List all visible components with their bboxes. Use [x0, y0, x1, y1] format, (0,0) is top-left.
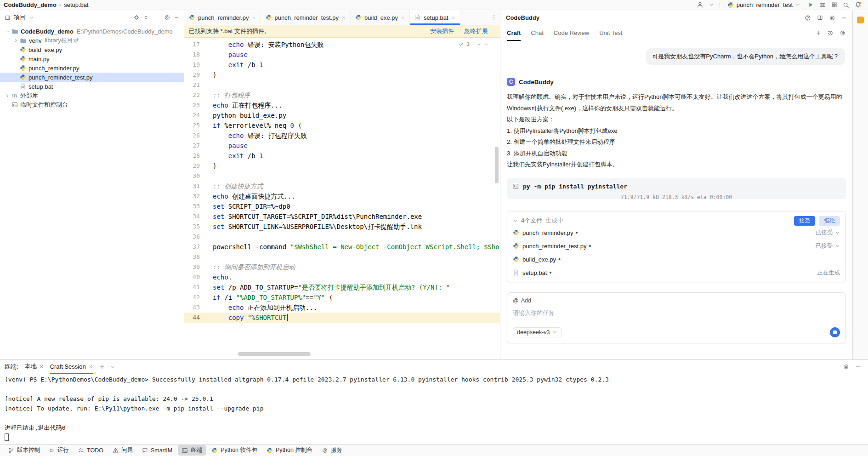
terminal-output[interactable]: (venv) PS E:\PythonDemos\CodeBuddy_demo>…	[0, 374, 868, 444]
user-chevron-icon[interactable]	[709, 2, 714, 7]
collapse-all-icon[interactable]	[143, 15, 149, 21]
tree-item-外部库[interactable]: 外部库	[0, 91, 184, 100]
code-line-23[interactable]: 23echo 正在打包程序...	[184, 100, 500, 110]
generated-file-punch_reminder.py[interactable]: punch_reminder.py•已接受	[513, 227, 840, 239]
statusbar-item-运行[interactable]: 运行	[45, 445, 73, 456]
tree-item-setup.bat[interactable]: setup.bat	[0, 82, 184, 91]
vertical-scrollbar[interactable]	[495, 147, 499, 183]
locate-file-icon[interactable]	[133, 14, 140, 21]
new-session-icon[interactable]	[816, 30, 821, 36]
assistant-tab-Craft[interactable]: Craft	[507, 25, 521, 41]
assistant-settings-icon[interactable]	[829, 15, 835, 21]
code-line-28[interactable]: 28 exit /b 1	[184, 151, 500, 161]
reject-all-button[interactable]: 拒绝	[819, 216, 840, 226]
editor-tab-build_exe.py[interactable]: build_exe.py	[351, 10, 410, 25]
generated-file-punch_reminder_test.py[interactable]: punch_reminder_test.py•已接受	[513, 240, 840, 252]
code-line-20[interactable]: 20)	[184, 70, 500, 80]
hidden-tabs-icon[interactable]	[488, 14, 500, 21]
notifications-bell-icon[interactable]	[855, 1, 862, 8]
tree-item-build_exe.py[interactable]: build_exe.py	[0, 45, 184, 54]
code-line-38[interactable]: 38	[184, 252, 500, 262]
hide-terminal-icon[interactable]	[855, 364, 861, 370]
task-input-card[interactable]: @ Add 请输入你的任务 deepseek-v3	[507, 292, 846, 343]
code-line-26[interactable]: 26 echo 错误: 打包程序失败	[184, 131, 500, 141]
horizontal-scrollbar[interactable]	[238, 352, 311, 356]
tab-close-icon[interactable]	[252, 16, 256, 20]
statusbar-item-Python 软件包[interactable]: Python 软件包	[208, 445, 261, 456]
breadcrumb-file[interactable]: setup.bat	[64, 1, 89, 8]
files-collapse-icon[interactable]	[513, 218, 518, 223]
tab-close-icon[interactable]	[89, 365, 93, 369]
code-line-40[interactable]: 40echo.	[184, 272, 500, 282]
code-line-17[interactable]: 17 echo 错误: 安装Python包失败	[184, 40, 500, 50]
statusbar-item-TODO[interactable]: TODO	[74, 446, 107, 455]
next-issue-icon[interactable]	[484, 42, 489, 47]
code-line-22[interactable]: 22:: 打包程序	[184, 90, 500, 100]
generated-file-build_exe.py[interactable]: build_exe.py•	[513, 253, 840, 266]
statusbar-item-Python 控制台[interactable]: Python 控制台	[263, 445, 316, 456]
tab-close-icon[interactable]	[451, 16, 455, 20]
tree-item-venv[interactable]: venvlibrary根目录	[0, 36, 184, 45]
code-line-31[interactable]: 31:: 创建快捷方式	[184, 181, 500, 191]
tree-item-CodeBuddy_demo[interactable]: CodeBuddy_demoE:\PythonDemos\CodeBuddy_d…	[0, 27, 184, 36]
code-line-24[interactable]: 24python build_exe.py	[184, 110, 500, 120]
plugin-stripe-icon[interactable]	[857, 17, 864, 23]
tab-close-icon[interactable]	[401, 16, 405, 20]
project-title-chevron-icon[interactable]	[29, 15, 34, 20]
expand-diff-icon[interactable]	[835, 244, 840, 249]
project-panel-title[interactable]: 项目	[14, 13, 26, 22]
generated-file-setup.bat[interactable]: setup.bat•正在生成	[513, 267, 840, 279]
editor-tab-punch_reminder.py[interactable]: punch_reminder.py	[184, 10, 261, 25]
code-line-44[interactable]: 44 copy "%SHORTCUT	[184, 313, 500, 323]
code-line-39[interactable]: 39:: 询问是否添加到开机启动	[184, 262, 500, 272]
statusbar-item-版本控制[interactable]: 版本控制	[5, 445, 44, 456]
tab-close-icon[interactable]	[40, 365, 44, 369]
layout-icon[interactable]	[817, 15, 823, 21]
hide-assistant-icon[interactable]	[841, 15, 847, 21]
assistant-tab-Code Review[interactable]: Code Review	[554, 25, 589, 41]
code-line-34[interactable]: 34set SHORTCUT_TARGET=%SCRIPT_DIR%dist\P…	[184, 211, 500, 222]
tree-chevron-icon[interactable]	[4, 29, 11, 34]
tree-item-main.py[interactable]: main.py	[0, 54, 184, 63]
model-selector[interactable]: deepseek-v3	[513, 327, 562, 337]
code-line-18[interactable]: 18 pause	[184, 50, 500, 60]
tree-item-punch_reminder.py[interactable]: punch_reminder.py	[0, 63, 184, 73]
assistant-tab-Unit Test[interactable]: Unit Test	[599, 25, 622, 41]
hide-panel-icon[interactable]	[174, 15, 179, 20]
search-icon[interactable]	[843, 2, 849, 8]
command-block[interactable]: py -m pip install pyinstaller 71.9/71.9 …	[507, 178, 846, 199]
code-line-32[interactable]: 32echo 创建桌面快捷方式...	[184, 191, 500, 201]
breadcrumb-project[interactable]: CodeBuddy_demo	[4, 1, 57, 8]
task-input-placeholder[interactable]: 请输入你的任务	[513, 309, 840, 317]
editor-tab-setup.bat[interactable]: setup.bat	[410, 10, 460, 25]
code-line-25[interactable]: 25if %errorlevel% neq 0 (	[184, 120, 500, 131]
new-terminal-icon[interactable]	[99, 364, 105, 370]
terminal-settings-icon[interactable]	[843, 364, 849, 370]
stop-send-button[interactable]	[830, 327, 840, 337]
help-icon[interactable]	[805, 15, 811, 21]
terminal-dropdown-icon[interactable]	[110, 365, 115, 370]
code-line-21[interactable]: 21	[184, 80, 500, 90]
terminal-tab-Craft Session[interactable]: Craft Session	[50, 360, 93, 374]
accept-all-button[interactable]: 接受	[794, 216, 815, 226]
code-line-35[interactable]: 35set SHORTCUT_LINK=%USERPROFILE%\Deskto…	[184, 222, 500, 232]
editor-tab-punch_reminder_test.py[interactable]: punch_reminder_test.py	[261, 10, 351, 25]
tab-close-icon[interactable]	[341, 16, 346, 20]
run-button[interactable]	[808, 2, 814, 8]
code-line-42[interactable]: 42if /i "%ADD_TO_STARTUP%"=="Y" (	[184, 292, 500, 302]
inspections-widget[interactable]: 3	[457, 40, 491, 48]
statusbar-item-问题[interactable]: 问题	[109, 445, 136, 456]
user-icon[interactable]	[697, 1, 703, 8]
code-editor[interactable]: 17 echo 错误: 安装Python包失败18 pause19 exit /…	[184, 38, 500, 359]
code-line-29[interactable]: 29)	[184, 161, 500, 171]
tree-chevron-icon[interactable]	[4, 93, 11, 98]
more-tools-icon[interactable]	[819, 2, 826, 8]
code-line-19[interactable]: 19 exit /b 1	[184, 60, 500, 70]
install-plugin-link[interactable]: 安装插件	[430, 27, 454, 35]
terminal-cursor-line[interactable]	[5, 433, 863, 442]
statusbar-item-服务[interactable]: 服务	[318, 445, 346, 456]
context-chip[interactable]: @ Add	[513, 297, 840, 304]
code-line-37[interactable]: 37powershell -command "$WshShell = New-O…	[184, 242, 500, 252]
terminal-tab-本地[interactable]: 本地	[25, 360, 44, 374]
history-icon[interactable]	[827, 30, 834, 36]
